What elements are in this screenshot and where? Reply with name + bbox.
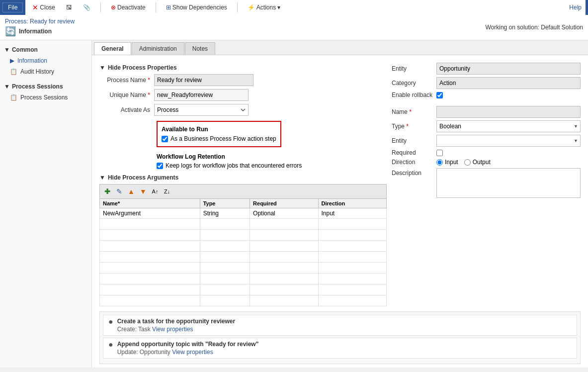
- workflow-log-title: Workflow Log Retention: [157, 153, 387, 160]
- sidebar-item-label: Information: [17, 57, 47, 64]
- move-down-button[interactable]: ▼: [138, 186, 149, 197]
- category-label: Category: [392, 80, 436, 87]
- deactivate-icon: ⊗: [111, 4, 116, 11]
- list-item: ● Create a task for the opportunity revi…: [103, 315, 577, 336]
- help-label: Help: [569, 4, 582, 11]
- view-properties-link[interactable]: View properties: [172, 349, 213, 356]
- bpf-checkbox[interactable]: [162, 136, 168, 142]
- attach-icon: 📎: [83, 4, 90, 11]
- sort-asc-button[interactable]: A↑: [150, 186, 161, 197]
- attach-button[interactable]: 📎: [80, 3, 93, 12]
- help-button[interactable]: Help: [569, 4, 582, 11]
- actions-icon: ⚡: [248, 4, 255, 11]
- arg-entity-select[interactable]: [436, 135, 581, 147]
- direction-input-radio[interactable]: [436, 159, 443, 166]
- sidebar-item-process-sessions[interactable]: 📋 Process Sessions: [0, 92, 91, 103]
- show-deps-label: Show Dependencies: [172, 4, 227, 11]
- left-column: ▼ Hide Process Properties Process Name U…: [99, 60, 387, 306]
- workflow-log-section: Workflow Log Retention Keep logs for wor…: [99, 153, 387, 169]
- arg-name-row: Name: [392, 106, 581, 118]
- sidebar-section-process-sessions[interactable]: ▼ Process Sessions: [0, 81, 91, 92]
- direction-output-option: Output: [464, 159, 491, 166]
- arg-name-input[interactable]: [436, 106, 581, 118]
- process-name-input[interactable]: [154, 74, 253, 86]
- workflow-log-row: Keep logs for workflow jobs that encount…: [157, 162, 387, 169]
- edit-arg-button[interactable]: ✎: [114, 186, 125, 197]
- table-row-empty: [100, 219, 387, 230]
- chevron-down-icon2: ▼: [4, 83, 10, 90]
- file-button[interactable]: File: [2, 2, 23, 12]
- task-type: Task: [138, 326, 152, 333]
- move-up-button[interactable]: ▲: [126, 186, 137, 197]
- sort-desc-button[interactable]: Z↓: [162, 186, 172, 197]
- tab-notes[interactable]: Notes: [185, 42, 215, 55]
- col-type: Type: [200, 199, 250, 208]
- deactivate-button[interactable]: ⊗ Deactivate: [108, 3, 149, 12]
- hide-process-properties-label: Hide Process Properties: [108, 64, 177, 71]
- unique-name-label: Unique Name: [99, 92, 154, 98]
- separator2: [156, 2, 156, 12]
- save-button[interactable]: 🖫: [63, 3, 75, 12]
- main-layout: ▼ Common ▶ Information 📋 Audit History ▼…: [0, 40, 588, 368]
- sidebar-item-information[interactable]: ▶ Information: [0, 55, 91, 66]
- activate-as-select[interactable]: Process Process Template: [154, 104, 249, 116]
- arg-required-label: Required: [392, 149, 436, 156]
- deps-icon: ⊞: [166, 4, 171, 11]
- workflow-log-label: Keep logs for workflow jobs that encount…: [166, 162, 302, 169]
- hide-process-properties-header[interactable]: ▼ Hide Process Properties: [99, 64, 387, 71]
- arg-required-row: Required: [392, 149, 581, 156]
- sidebar-item-audit-history[interactable]: 📋 Audit History: [0, 66, 91, 77]
- tab-general[interactable]: General: [94, 42, 131, 55]
- unique-name-input[interactable]: [154, 89, 249, 101]
- sidebar-section-common[interactable]: ▼ Common: [0, 44, 91, 55]
- arg-required-checkbox[interactable]: [436, 150, 443, 156]
- cell-direction: Input: [318, 208, 386, 219]
- right-column: Entity Category Enable rollback Name: [392, 60, 581, 306]
- task-title: Create a task for the opportunity review…: [117, 318, 572, 325]
- unique-name-row: Unique Name: [99, 89, 387, 101]
- cell-type: String: [200, 208, 250, 219]
- general-tab-content: ▼ Hide Process Properties Process Name U…: [92, 55, 588, 368]
- arg-type-select[interactable]: Boolean String Integer Float Money DateT…: [436, 120, 581, 132]
- arg-direction-label: Direction: [392, 159, 436, 166]
- header: Process: Ready for review 🔄 Information …: [0, 15, 588, 40]
- add-arg-button[interactable]: ✚: [102, 186, 113, 197]
- sidebar: ▼ Common ▶ Information 📋 Audit History ▼…: [0, 40, 92, 368]
- audit-icon: 📋: [10, 68, 17, 75]
- separator: [100, 2, 101, 12]
- cell-required: Optional: [250, 208, 318, 219]
- bottom-tasks-section: ● Create a task for the opportunity revi…: [99, 311, 581, 364]
- close-button[interactable]: ✕ Close: [29, 2, 58, 12]
- direction-input-option: Input: [436, 159, 458, 166]
- activate-as-row: Activate As Process Process Template: [99, 104, 387, 116]
- two-col-layout: ▼ Hide Process Properties Process Name U…: [99, 60, 581, 306]
- actions-button[interactable]: ⚡ Actions ▾: [245, 3, 284, 12]
- enable-rollback-checkbox[interactable]: [436, 92, 443, 98]
- info-icon: 🔄: [5, 26, 16, 37]
- solution-text: Working on solution: Default Solution: [485, 24, 583, 31]
- arg-entity-label: Entity: [392, 137, 436, 144]
- col-direction: Direction: [318, 199, 386, 208]
- activate-as-label: Activate As: [99, 106, 154, 113]
- arg-entity-row: Entity: [392, 135, 581, 147]
- table-row-empty: [100, 230, 387, 241]
- bpf-checkbox-row: As a Business Process Flow action step: [162, 135, 276, 142]
- direction-output-radio[interactable]: [464, 159, 471, 166]
- tab-administration[interactable]: Administration: [132, 42, 184, 55]
- toolbar: ✕ Close 🖫 📎 ⊗ Deactivate ⊞ Show Dependen…: [25, 0, 586, 15]
- task-title: Append opportunity topic with "Ready for…: [117, 341, 572, 348]
- arg-description-textarea[interactable]: [436, 168, 581, 198]
- enable-rollback-row: Enable rollback: [392, 92, 581, 98]
- arrow-down-icon2: ▼: [99, 174, 105, 181]
- task-action: Update:: [117, 349, 138, 356]
- show-deps-button[interactable]: ⊞ Show Dependencies: [163, 3, 230, 12]
- entity-label: Entity: [392, 65, 436, 72]
- page-title: Information: [19, 28, 52, 35]
- table-row[interactable]: NewArgument String Optional Input: [100, 208, 387, 219]
- hide-process-arguments-header[interactable]: ▼ Hide Process Arguments: [99, 174, 387, 181]
- process-name-label: Process Name: [99, 77, 154, 84]
- arg-description-row: Description: [392, 168, 581, 198]
- col-required: Required: [250, 199, 318, 208]
- view-properties-link[interactable]: View properties: [152, 326, 193, 333]
- workflow-log-checkbox[interactable]: [157, 163, 163, 169]
